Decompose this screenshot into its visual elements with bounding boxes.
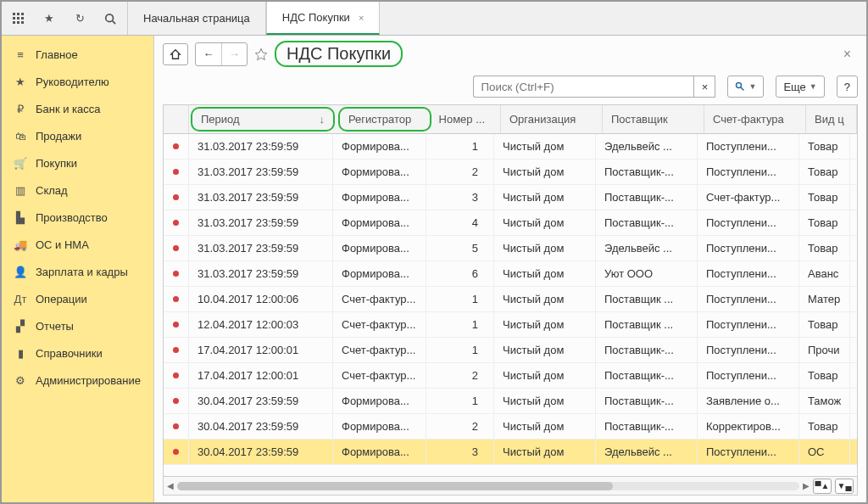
record-dot-icon bbox=[173, 169, 179, 175]
cell-period: 30.04.2017 23:59:59 bbox=[189, 389, 333, 413]
advanced-search-button[interactable]: ▼ bbox=[727, 76, 764, 98]
sidebar-item-Банк-и-касса[interactable]: ₽Банк и касса bbox=[2, 95, 153, 122]
sidebar-item-label: ОС и НМА bbox=[36, 238, 89, 251]
cell-sup: Уют ООО bbox=[596, 261, 698, 286]
sidebar-item-Склад[interactable]: ▥Склад bbox=[2, 176, 153, 204]
cart-icon: 🛒 bbox=[14, 156, 27, 170]
bookmark-icon[interactable] bbox=[254, 48, 268, 61]
column-header[interactable]: Номер ... bbox=[433, 105, 501, 133]
svg-point-9 bbox=[106, 14, 114, 21]
grid-footer: ◀ ▶ ▀▲ ▼▄ bbox=[164, 476, 857, 495]
main-area: ← → НДС Покупки × × ▼ bbox=[154, 36, 866, 502]
sidebar-item-Справочники[interactable]: ▮Справочники bbox=[2, 339, 153, 367]
tab-НДС-Покупки[interactable]: НДС Покупки× bbox=[266, 2, 381, 35]
record-dot-icon bbox=[173, 245, 179, 251]
svg-rect-4 bbox=[17, 17, 19, 20]
cell-num: 1 bbox=[426, 312, 494, 337]
sidebar-item-ОС-и-НМА[interactable]: 🚚ОС и НМА bbox=[2, 231, 153, 258]
favorites-icon[interactable]: ★ bbox=[36, 5, 63, 32]
sort-asc-icon: ↓ bbox=[320, 113, 326, 126]
sidebar-item-label: Операции bbox=[36, 293, 87, 305]
table-row[interactable]: 31.03.2017 23:59:59Формирова...5Чистый д… bbox=[164, 236, 857, 261]
table-row[interactable]: 31.03.2017 23:59:59Формирова...3Чистый д… bbox=[164, 185, 857, 210]
apps-icon[interactable] bbox=[5, 5, 32, 32]
record-dot-icon bbox=[173, 372, 179, 378]
cell-sup: Поставщик-... bbox=[596, 160, 698, 184]
scroll-right-icon[interactable]: ▶ bbox=[803, 481, 810, 490]
more-button[interactable]: Еще ▼ bbox=[776, 76, 824, 98]
column-header[interactable]: Период↓ bbox=[191, 107, 335, 132]
scroll-left-icon[interactable]: ◀ bbox=[167, 481, 174, 490]
sidebar-item-Администрирование[interactable]: ⚙Администрирование bbox=[2, 367, 153, 394]
tab-Начальная-страница[interactable]: Начальная страница bbox=[127, 2, 266, 35]
cell-reg: Формирова... bbox=[333, 389, 426, 413]
scroll-top-button[interactable]: ▀▲ bbox=[813, 479, 832, 494]
column-header[interactable]: Поставщик bbox=[603, 105, 704, 133]
cell-inv: Заявление о... bbox=[698, 389, 799, 413]
search-clear-button[interactable]: × bbox=[693, 76, 715, 98]
row-marker bbox=[164, 185, 189, 210]
tab-label: Начальная страница bbox=[143, 12, 250, 25]
sidebar-item-label: Отчеты bbox=[36, 320, 74, 333]
svg-rect-7 bbox=[17, 21, 19, 24]
sidebar-item-Операции[interactable]: ДтОперации bbox=[2, 285, 153, 312]
table-row[interactable]: 12.04.2017 12:00:03Счет-фактур...1Чистый… bbox=[164, 312, 857, 338]
home-button[interactable] bbox=[163, 43, 188, 65]
tab-close-icon[interactable]: × bbox=[359, 13, 364, 23]
sidebar-item-Производство[interactable]: ▙Производство bbox=[2, 204, 153, 231]
record-dot-icon bbox=[173, 194, 179, 200]
search-input[interactable] bbox=[473, 76, 693, 98]
col-marker bbox=[164, 105, 189, 133]
row-marker bbox=[164, 338, 189, 362]
scroll-bottom-button[interactable]: ▼▄ bbox=[835, 479, 854, 494]
page-title-highlight: НДС Покупки bbox=[275, 41, 403, 67]
table-row[interactable]: 31.03.2017 23:59:59Формирова...1Чистый д… bbox=[164, 134, 857, 160]
column-header[interactable]: Вид ц bbox=[806, 105, 857, 133]
history-icon[interactable]: ↻ bbox=[66, 5, 93, 32]
svg-rect-5 bbox=[21, 17, 24, 20]
sidebar-item-Отчеты[interactable]: ▞Отчеты bbox=[2, 312, 153, 339]
column-header[interactable]: Регистратор bbox=[338, 107, 431, 132]
cell-period: 31.03.2017 23:59:59 bbox=[189, 134, 333, 159]
column-label: Счет-фактура bbox=[713, 113, 784, 126]
cell-type: Товар bbox=[799, 160, 850, 184]
table-row[interactable]: 30.04.2017 23:59:59Формирова...2Чистый д… bbox=[164, 414, 857, 440]
sidebar-item-label: Главное bbox=[36, 48, 78, 61]
nav-back-button[interactable]: ← bbox=[196, 43, 221, 65]
cell-reg: Формирова... bbox=[333, 414, 426, 439]
table-row[interactable]: 30.04.2017 23:59:59Формирова...3Чистый д… bbox=[164, 440, 857, 465]
table-row[interactable]: 31.03.2017 23:59:59Формирова...4Чистый д… bbox=[164, 210, 857, 236]
close-page-button[interactable]: × bbox=[837, 43, 858, 65]
grid-body[interactable]: 31.03.2017 23:59:59Формирова...1Чистый д… bbox=[164, 134, 857, 476]
search-icon[interactable] bbox=[97, 5, 124, 32]
help-button[interactable]: ? bbox=[837, 76, 858, 98]
sidebar-item-Покупки[interactable]: 🛒Покупки bbox=[2, 149, 153, 176]
sidebar-item-Зарплата-и-кадры[interactable]: 👤Зарплата и кадры bbox=[2, 258, 153, 285]
table-row[interactable]: 17.04.2017 12:00:01Счет-фактур...1Чистый… bbox=[164, 338, 857, 363]
table-row[interactable]: 17.04.2017 12:00:01Счет-фактур...2Чистый… bbox=[164, 363, 857, 389]
sidebar-item-Продажи[interactable]: 🛍Продажи bbox=[2, 122, 153, 149]
nav-forward-button[interactable]: → bbox=[221, 43, 247, 65]
cell-reg: Счет-фактур... bbox=[333, 287, 426, 311]
cell-reg: Формирова... bbox=[333, 440, 426, 464]
cell-org: Чистый дом bbox=[494, 210, 596, 235]
cell-sup: Поставщик-... bbox=[596, 414, 698, 439]
cell-num: 1 bbox=[426, 287, 494, 311]
sidebar-item-Главное[interactable]: ≡Главное bbox=[2, 41, 153, 68]
horizontal-scrollbar[interactable] bbox=[177, 482, 799, 490]
table-row[interactable]: 10.04.2017 12:00:06Счет-фактур...1Чистый… bbox=[164, 287, 857, 312]
svg-rect-1 bbox=[17, 13, 19, 15]
cell-org: Чистый дом bbox=[494, 261, 596, 286]
column-header[interactable]: Организация bbox=[501, 105, 603, 133]
cell-period: 31.03.2017 23:59:59 bbox=[189, 210, 333, 235]
table-row[interactable]: 30.04.2017 23:59:59Формирова...1Чистый д… bbox=[164, 389, 857, 414]
cell-period: 30.04.2017 23:59:59 bbox=[189, 440, 333, 464]
svg-line-10 bbox=[113, 20, 116, 24]
sidebar-item-label: Банк и касса bbox=[36, 103, 101, 115]
sidebar-item-Руководителю[interactable]: ★Руководителю bbox=[2, 68, 153, 95]
row-marker bbox=[164, 287, 189, 311]
table-row[interactable]: 31.03.2017 23:59:59Формирова...6Чистый д… bbox=[164, 261, 857, 287]
table-row[interactable]: 31.03.2017 23:59:59Формирова...2Чистый д… bbox=[164, 160, 857, 185]
column-header[interactable]: Счет-фактура bbox=[704, 105, 806, 133]
cell-type: Товар bbox=[799, 414, 850, 439]
